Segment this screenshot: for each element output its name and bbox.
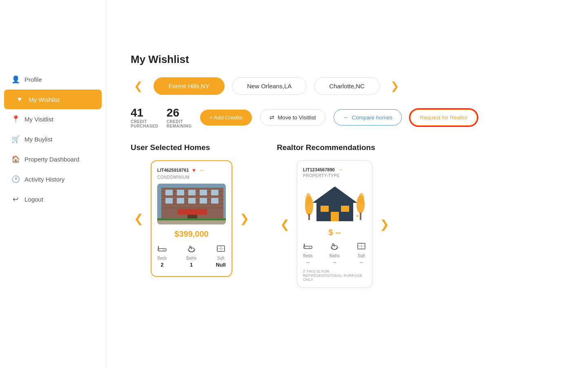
user-selected-carousel: ❮ LIT4625918761 ♥ ↔ CONDOMINIUM: [131, 160, 252, 277]
sidebar-label-logout: Logout: [24, 196, 43, 203]
svg-rect-24: [158, 246, 159, 249]
add-credits-button[interactable]: + Add Credits: [200, 110, 252, 126]
credit-purchased-label: CREDITPURCHASED: [131, 119, 158, 128]
sidebar-item-property-dashboard[interactable]: 🏠 Property Dashboard: [0, 149, 106, 169]
realtor-sqft-icon: [356, 242, 366, 252]
svg-rect-17: [178, 209, 207, 215]
sidebar-label-profile: Profile: [24, 76, 42, 83]
sidebar-item-logout[interactable]: ↩ Logout: [0, 189, 106, 209]
compare-homes-label: Compare homes: [352, 114, 393, 121]
svg-rect-38: [308, 214, 310, 220]
credit-remaining-block: 26 CREDITREMAINING: [167, 106, 192, 128]
realtor-sqft-spec: Sqft --: [356, 242, 366, 265]
user-selected-title: User Selected Homes: [131, 143, 252, 152]
card-heart-icon[interactable]: ♥: [192, 167, 196, 173]
compare-homes-icon: ↔: [343, 114, 349, 121]
realtor-listing-id: LIT1234567890: [303, 167, 335, 172]
realtor-baths-value: --: [333, 259, 336, 265]
beds-value: 2: [160, 262, 163, 268]
beds-label: Beds: [158, 256, 167, 260]
realtor-beds-icon: [303, 242, 313, 252]
sidebar-item-my-wishlist[interactable]: ♥ My Wishlist: [4, 90, 102, 109]
activity-history-icon: 🕐: [11, 175, 20, 184]
compare-homes-button[interactable]: ↔ Compare homes: [334, 109, 402, 126]
realtor-prev-arrow[interactable]: ❮: [277, 216, 293, 233]
beds-icon: [157, 245, 167, 255]
svg-rect-10: [200, 190, 207, 195]
location-prev-arrow[interactable]: ❮: [131, 78, 146, 94]
move-to-visitlist-label: Move to Visitlist: [278, 114, 316, 121]
property-dashboard-icon: 🏠: [11, 155, 20, 164]
realtor-beds-spec: Beds --: [303, 242, 313, 265]
user-selected-section: User Selected Homes ❮ LIT4625918761 ♥ ↔ …: [131, 143, 252, 277]
svg-rect-16: [211, 198, 218, 204]
card-listing-id: LIT4625918761: [157, 168, 189, 173]
svg-rect-22: [158, 249, 160, 251]
user-selected-card: LIT4625918761 ♥ ↔ CONDOMINIUM: [151, 160, 232, 277]
sqft-spec: Sqft Null: [216, 245, 226, 268]
realtor-sqft-label: Sqft: [358, 254, 365, 258]
location-tab-new-orleans-la[interactable]: New Orleans,LA: [232, 77, 307, 95]
svg-rect-41: [360, 213, 361, 220]
svg-rect-7: [165, 190, 173, 195]
svg-rect-33: [321, 206, 329, 212]
svg-rect-12: [165, 198, 173, 204]
realtor-baths-icon: [330, 242, 339, 252]
svg-rect-20: [157, 218, 226, 220]
svg-point-26: [189, 246, 191, 248]
card-compare-icon[interactable]: ↔: [199, 167, 205, 173]
card-property-type: CONDOMINIUM: [157, 175, 226, 180]
realtor-next-arrow[interactable]: ❯: [376, 216, 392, 233]
sidebar-item-activity-history[interactable]: 🕐 Activity History: [0, 169, 106, 189]
baths-value: 1: [190, 262, 193, 268]
svg-rect-13: [177, 198, 184, 204]
house-illustration: [303, 182, 366, 223]
realtor-beds-label: Beds: [303, 254, 313, 258]
sidebar-item-my-visitlist[interactable]: 📍 My Visitlist: [0, 109, 106, 129]
logout-icon: ↩: [11, 195, 20, 204]
realtor-compare-icon[interactable]: ↔: [338, 166, 343, 173]
location-tab-forest-hills-ny[interactable]: Forest Hills,NY: [154, 77, 225, 95]
sidebar-label-visitlist: My Visitlist: [24, 116, 53, 123]
baths-icon: [187, 245, 196, 255]
svg-point-48: [332, 244, 334, 245]
sidebar-label-buylist: My Buylist: [24, 136, 52, 143]
credit-purchased-block: 41 CREDITPURCHASED: [131, 106, 158, 128]
location-next-arrow[interactable]: ❯: [387, 78, 403, 94]
user-selected-next-arrow[interactable]: ❯: [236, 210, 252, 227]
beds-spec: Beds 2: [157, 245, 167, 268]
location-tabs: ❮ Forest Hills,NY New Orleans,LA Charlot…: [131, 77, 564, 95]
svg-rect-46: [304, 244, 305, 247]
user-selected-prev-arrow[interactable]: ❮: [131, 210, 147, 227]
credits-actions-row: 41 CREDITPURCHASED 26 CREDITREMAINING + …: [131, 106, 564, 128]
realtor-price: $ --: [303, 228, 366, 237]
sidebar-item-my-buylist[interactable]: 🛒 My Buylist: [0, 129, 106, 149]
svg-point-42: [356, 215, 359, 217]
profile-icon: 👤: [11, 75, 20, 84]
realtor-baths-label: Baths: [330, 254, 340, 258]
svg-rect-9: [188, 190, 196, 195]
svg-rect-44: [304, 247, 305, 249]
request-realtor-button[interactable]: Request for Realtor: [410, 109, 477, 126]
svg-rect-45: [309, 247, 310, 249]
realtor-property-type: PROPERTY-TYPE: [303, 173, 366, 178]
move-to-visitlist-button[interactable]: ⇄ Move to Visitlist: [260, 109, 325, 126]
realtor-recommendations-carousel: ❮ LIT1234567890 ↔ PROPERTY-TYPE: [277, 160, 392, 288]
credit-remaining-label: CREDITREMAINING: [167, 119, 192, 128]
realtor-baths-spec: Baths --: [330, 242, 340, 265]
realtor-specs: Beds --: [303, 242, 366, 265]
realtor-card-id-row: LIT1234567890 ↔: [303, 166, 366, 173]
move-to-visitlist-icon: ⇄: [270, 114, 274, 121]
sidebar: 👤 Profile ♥ My Wishlist 📍 My Visitlist 🛒…: [0, 0, 106, 368]
card-specs: Beds 2: [157, 245, 226, 268]
credit-purchased-value: 41: [131, 106, 143, 119]
card-price: $399,000: [157, 229, 226, 239]
svg-rect-6: [161, 207, 223, 209]
visitlist-icon: 📍: [11, 115, 20, 123]
location-tab-charlotte-nc[interactable]: Charlotte,NC: [314, 77, 380, 95]
baths-label: Baths: [186, 256, 197, 260]
credit-remaining-value: 26: [167, 106, 179, 119]
sidebar-item-profile[interactable]: 👤 Profile: [0, 70, 106, 90]
realtor-recommendations-title: Realtor Recommendations: [277, 143, 392, 152]
sqft-label: Sqft: [217, 256, 225, 260]
